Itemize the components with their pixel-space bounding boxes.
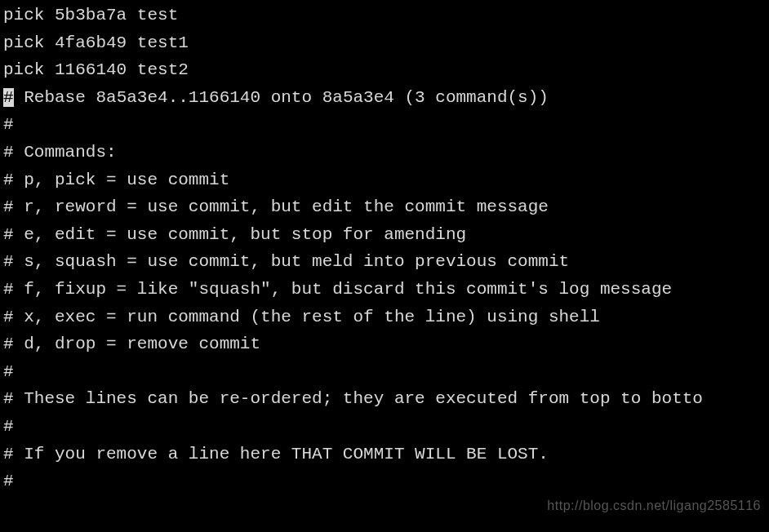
- comment-line[interactable]: #: [3, 413, 766, 441]
- pick-line-2[interactable]: pick 4fa6b49 test1: [3, 29, 766, 57]
- comment-commands-header[interactable]: # Commands:: [3, 139, 766, 166]
- comment-edit-help[interactable]: # e, edit = use commit, but stop for ame…: [3, 221, 766, 249]
- comment-squash-help[interactable]: # s, squash = use commit, but meld into …: [3, 248, 766, 276]
- cursor-position: #: [3, 88, 14, 107]
- git-rebase-editor[interactable]: pick 5b3ba7a test pick 4fa6b49 test1 pic…: [3, 2, 766, 495]
- comment-line[interactable]: #: [3, 358, 766, 386]
- comment-drop-help[interactable]: # d, drop = remove commit: [3, 330, 766, 358]
- comment-line[interactable]: #: [3, 468, 766, 495]
- comment-rebase-info[interactable]: # Rebase 8a5a3e4..1166140 onto 8a5a3e4 (…: [3, 84, 766, 112]
- rebase-info-text: Rebase 8a5a3e4..1166140 onto 8a5a3e4 (3 …: [14, 88, 549, 107]
- comment-reword-help[interactable]: # r, reword = use commit, but edit the c…: [3, 193, 766, 221]
- comment-fixup-help[interactable]: # f, fixup = like "squash", but discard …: [3, 276, 766, 304]
- comment-line[interactable]: #: [3, 111, 766, 139]
- comment-pick-help[interactable]: # p, pick = use commit: [3, 166, 766, 194]
- comment-exec-help[interactable]: # x, exec = run command (the rest of the…: [3, 304, 766, 331]
- watermark-text: http://blog.csdn.net/ligang2585116: [547, 495, 761, 516]
- comment-remove-warning[interactable]: # If you remove a line here THAT COMMIT …: [3, 441, 766, 468]
- pick-line-1[interactable]: pick 5b3ba7a test: [3, 2, 766, 29]
- pick-line-3[interactable]: pick 1166140 test2: [3, 56, 766, 84]
- comment-reorder-help[interactable]: # These lines can be re-ordered; they ar…: [3, 385, 766, 413]
